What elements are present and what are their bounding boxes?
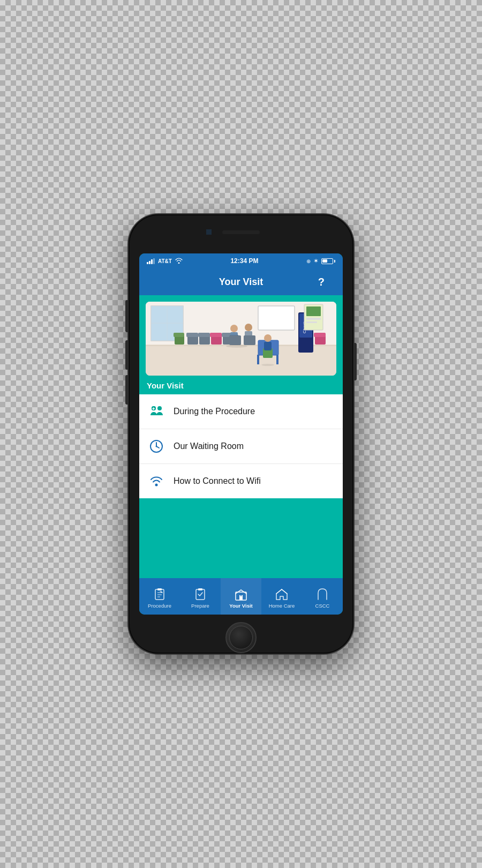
- svg-rect-15: [210, 333, 222, 337]
- svg-text:✚: ✚: [152, 407, 155, 410]
- clipboard-icon: [153, 587, 167, 601]
- status-bar: AT&T 12:34 PM ⊕ ✶: [139, 253, 343, 268]
- svg-point-50: [156, 446, 157, 447]
- volume-up-button[interactable]: [125, 340, 128, 370]
- signal-bar-3: [151, 259, 153, 264]
- svg-rect-53: [157, 588, 162, 590]
- wifi-item[interactable]: How to Connect to Wifi: [139, 464, 343, 498]
- svg-point-41: [226, 345, 247, 348]
- svg-rect-24: [244, 335, 255, 345]
- svg-rect-60: [198, 588, 202, 590]
- svg-rect-11: [198, 333, 210, 337]
- svg-point-18: [230, 325, 238, 332]
- svg-rect-9: [186, 333, 198, 337]
- bluetooth-icon: ✶: [313, 257, 319, 265]
- during-procedure-item[interactable]: ✚ During the Procedure: [139, 394, 343, 429]
- status-left: AT&T: [147, 258, 183, 265]
- signal-bar-1: [147, 262, 148, 264]
- status-wifi-icon: [175, 258, 183, 265]
- svg-rect-38: [306, 306, 321, 316]
- waiting-room-label: Our Waiting Room: [174, 442, 244, 451]
- status-time: 12:34 PM: [230, 257, 258, 265]
- svg-rect-40: [306, 321, 317, 323]
- waiting-room-icon: [148, 438, 165, 455]
- signal-bar-4: [153, 258, 155, 264]
- home-button[interactable]: [225, 622, 257, 653]
- svg-rect-59: [196, 589, 205, 600]
- tab-bar: Procedure Prepare: [139, 578, 343, 615]
- svg-point-21: [245, 324, 252, 331]
- signal-bars: [147, 258, 155, 264]
- svg-rect-36: [258, 306, 295, 330]
- battery-indicator: [321, 258, 335, 264]
- arch-icon: [315, 587, 329, 601]
- main-content: Check: [139, 295, 343, 615]
- teal-background: [139, 498, 343, 578]
- home-icon: [275, 587, 289, 601]
- wifi-label: How to Connect to Wifi: [174, 476, 261, 486]
- tab-procedure[interactable]: Procedure: [139, 578, 180, 615]
- svg-rect-27: [276, 355, 278, 364]
- check-clipboard-icon: [193, 587, 207, 601]
- home-button-inner: [229, 626, 253, 649]
- waiting-room-image: Check: [146, 302, 336, 376]
- svg-rect-30: [264, 342, 272, 350]
- during-procedure-icon: ✚: [148, 403, 165, 420]
- svg-point-44: [157, 406, 162, 410]
- tab-cscc[interactable]: CSCC: [302, 578, 343, 615]
- tab-procedure-label: Procedure: [148, 603, 171, 609]
- volume-down-button[interactable]: [125, 375, 128, 405]
- signal-bar-2: [149, 261, 150, 264]
- power-button[interactable]: [354, 343, 357, 380]
- status-right: ⊕ ✶: [306, 257, 335, 265]
- phone-device: AT&T 12:34 PM ⊕ ✶: [129, 214, 353, 654]
- page-title: Your Visit: [219, 276, 263, 288]
- svg-line-65: [276, 589, 282, 594]
- svg-rect-26: [257, 355, 259, 364]
- tab-cscc-label: CSCC: [315, 603, 330, 609]
- tab-prepare-label: Prepare: [191, 603, 209, 609]
- location-icon: ⊕: [306, 258, 311, 264]
- svg-point-29: [264, 334, 272, 342]
- camera-dot: [206, 229, 212, 235]
- menu-list: ✚ During the Procedure: [139, 394, 343, 498]
- navigation-bar: Your Visit ?: [139, 268, 343, 295]
- svg-rect-23: [229, 335, 241, 345]
- tab-home-care[interactable]: Home Care: [261, 578, 302, 615]
- section-label: Your Visit: [139, 376, 343, 394]
- svg-rect-39: [306, 318, 321, 320]
- hospital-building-icon: [234, 587, 248, 601]
- svg-line-66: [282, 589, 287, 594]
- svg-point-42: [261, 364, 274, 366]
- help-button[interactable]: ?: [318, 276, 325, 288]
- tab-your-visit[interactable]: Your Visit: [221, 578, 261, 615]
- tab-home-care-label: Home Care: [269, 603, 295, 609]
- tab-your-visit-label: Your Visit: [229, 603, 252, 609]
- carrier-label: AT&T: [158, 258, 172, 264]
- speaker-grille: [222, 230, 260, 234]
- wifi-list-icon: [148, 473, 165, 490]
- tab-prepare[interactable]: Prepare: [180, 578, 221, 615]
- svg-point-51: [155, 484, 158, 487]
- svg-rect-35: [314, 333, 326, 337]
- phone-screen: AT&T 12:34 PM ⊕ ✶: [139, 253, 343, 615]
- screen-content: AT&T 12:34 PM ⊕ ✶: [139, 253, 343, 615]
- waiting-room-item[interactable]: Our Waiting Room: [139, 429, 343, 464]
- during-procedure-label: During the Procedure: [174, 407, 255, 416]
- svg-rect-13: [174, 333, 184, 337]
